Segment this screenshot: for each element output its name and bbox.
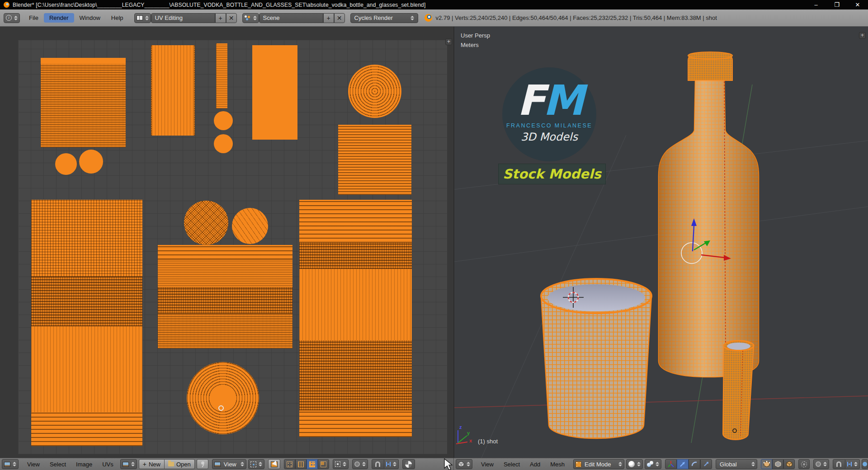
face-select-button[interactable]	[783, 459, 795, 469]
axes-tripod-icon	[667, 461, 675, 468]
uv-proportional-edit-dropdown[interactable]	[352, 459, 368, 469]
uv-island-striped-square[interactable]	[338, 125, 411, 195]
minimize-button[interactable]: –	[806, 0, 826, 9]
mode-dropdown[interactable]: Edit Mode	[573, 459, 624, 469]
uv-island-cap-disc[interactable]	[79, 150, 103, 174]
translate-manipulator-button[interactable]	[677, 459, 689, 469]
uv-island-sphere[interactable]	[232, 208, 268, 244]
median-pivot-icon	[647, 461, 653, 467]
uv-editor-type-dropdown[interactable]	[2, 459, 19, 469]
scene-add-button[interactable]: +	[323, 13, 334, 23]
snap-toggle[interactable]	[833, 459, 845, 469]
shot-glass-mesh[interactable]	[723, 341, 754, 440]
vertex-select-button[interactable]	[761, 459, 772, 469]
uv-island-bottom-disc[interactable]	[187, 362, 259, 434]
uv-select-edge-button[interactable]	[295, 459, 307, 469]
close-button[interactable]: ✕	[847, 0, 868, 9]
editor-type-info-dropdown[interactable]: i	[4, 13, 20, 23]
layout-name-field[interactable]: UV Editing	[151, 13, 215, 23]
layout-delete-button[interactable]: ✕	[226, 13, 237, 23]
uv-menu-select[interactable]: Select	[45, 461, 71, 468]
scene-browse-dropdown[interactable]	[242, 13, 259, 23]
bottle-mesh[interactable]	[659, 52, 759, 377]
maximize-button[interactable]: ❐	[826, 0, 847, 9]
info-header: i File Render Window Help UV Editing + ✕…	[0, 9, 868, 27]
fm-subtitle: 3D Models	[502, 131, 596, 143]
transform-orientation-dropdown[interactable]: Global	[716, 459, 757, 469]
proportional-edit-icon	[354, 461, 360, 467]
uv-properties-expand-button[interactable]: +	[445, 38, 452, 45]
vp-menu-add[interactable]: Add	[525, 461, 545, 468]
uv-island-small-disc[interactable]	[214, 134, 233, 153]
uv-island-rect[interactable]	[151, 45, 195, 136]
viewport-properties-expand-button[interactable]: +	[859, 32, 866, 39]
sticky-selection-dropdown[interactable]	[333, 459, 349, 469]
uv-island-strip[interactable]	[216, 43, 227, 108]
uv-island-bottle-body-left[interactable]	[31, 200, 142, 446]
layout-browse-dropdown[interactable]	[134, 13, 151, 23]
vp-menu-select[interactable]: Select	[499, 461, 525, 468]
x-axis-line	[454, 396, 868, 408]
uv-snap-toggle[interactable]	[372, 459, 384, 469]
uv-island-sphere[interactable]	[184, 201, 228, 245]
fm-logo: FM FRANCESCO MILANESE 3D Models	[502, 67, 596, 161]
spin-arrows-icon	[14, 16, 18, 20]
layout-add-button[interactable]: +	[215, 13, 226, 23]
rotate-manipulator-button[interactable]	[689, 459, 700, 469]
solid-shading-icon	[628, 461, 635, 467]
uv-pivot-dropdown[interactable]	[248, 459, 264, 469]
uv-menu-view[interactable]: View	[22, 461, 45, 468]
uv-snap-element-dropdown[interactable]	[384, 459, 399, 469]
uv-render-display-toggle[interactable]	[402, 459, 415, 469]
render-opengl-button-clipped[interactable]	[862, 459, 868, 469]
scale-manipulator-button[interactable]	[700, 459, 712, 469]
render-engine-dropdown[interactable]: Cycles Render	[350, 13, 418, 23]
scene-delete-button[interactable]: ✕	[334, 13, 345, 23]
vp-menu-mesh[interactable]: Mesh	[545, 461, 570, 468]
tumbler-glass-mesh[interactable]	[541, 279, 651, 438]
tumbler-liquid-surface	[547, 284, 645, 311]
units-label: Meters	[461, 42, 479, 48]
uv-sync-selection-toggle[interactable]	[268, 459, 280, 469]
image-open-button[interactable]: Open	[165, 459, 195, 469]
image-new-button[interactable]: + New	[139, 459, 165, 469]
uv-island-label-front[interactable]	[41, 58, 126, 147]
uv-island-bottle-body-right[interactable]	[299, 200, 412, 437]
manipulator-axes-button[interactable]	[665, 459, 677, 469]
uv-island-cap-disc[interactable]	[55, 153, 77, 175]
uv-select-island-button[interactable]	[318, 459, 329, 469]
snap-element-dropdown[interactable]	[845, 459, 860, 469]
image-pin-button[interactable]	[197, 459, 208, 469]
spin-arrows-icon	[253, 16, 257, 20]
limit-selection-visible-toggle[interactable]	[798, 459, 810, 469]
proportional-edit-icon	[816, 461, 821, 467]
proportional-edit-dropdown[interactable]	[813, 459, 829, 469]
uv-select-vertex-button[interactable]	[284, 459, 295, 469]
uv-select-face-button[interactable]	[307, 459, 318, 469]
fm-initials: FM	[502, 80, 596, 122]
menu-render[interactable]: Render	[44, 13, 74, 23]
uv-menu-uvs[interactable]: UVs	[97, 461, 118, 468]
uv-island-ring-disc[interactable]	[348, 65, 401, 118]
info-icon: i	[6, 15, 12, 21]
uv-menu-image[interactable]: Image	[71, 461, 97, 468]
camera-render-icon	[863, 462, 867, 466]
menu-help[interactable]: Help	[106, 14, 129, 21]
display-channels-dropdown[interactable]: View	[212, 459, 246, 469]
pivot-point-dropdown[interactable]	[645, 459, 661, 469]
menu-file[interactable]: File	[24, 14, 44, 21]
plus-icon: +	[143, 461, 146, 468]
viewport-editor-type-dropdown[interactable]	[456, 459, 472, 469]
vp-menu-view[interactable]: View	[476, 461, 499, 468]
viewport-shading-dropdown[interactable]	[626, 459, 643, 469]
uv-image-editor-canvas[interactable]: +	[0, 27, 453, 458]
menu-window[interactable]: Window	[74, 14, 106, 21]
3d-viewport-canvas[interactable]: User Persp Meters (1) shot z y x + FM FR…	[453, 27, 868, 458]
uv-island-rect[interactable]	[252, 45, 297, 140]
image-browse-dropdown[interactable]	[120, 459, 137, 469]
scene-name-field[interactable]: Scene	[259, 13, 323, 23]
uv-island-small-disc[interactable]	[214, 111, 233, 130]
scene-stats: v2.79 | Verts:25,240/25,240 | Edges:50,4…	[436, 14, 717, 21]
edge-select-button[interactable]	[772, 459, 783, 469]
uv-island-glass-wall[interactable]	[158, 245, 292, 348]
